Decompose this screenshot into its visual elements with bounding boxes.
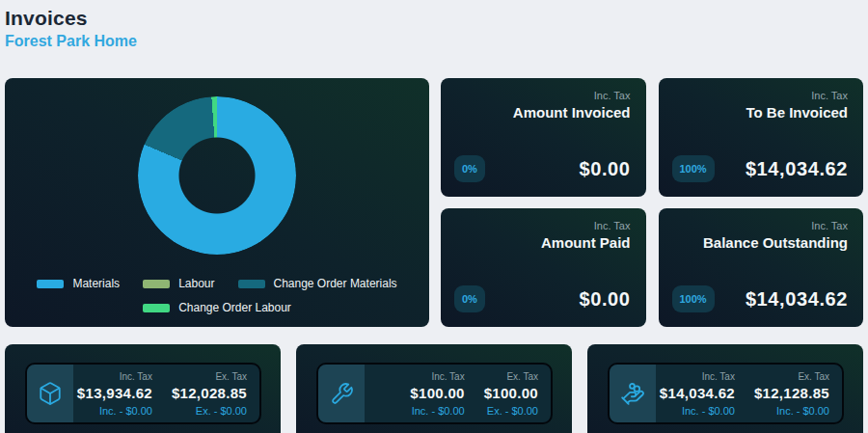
total-panel[interactable]: Inc. Tax $14,034.62 Inc. - $0.00 Ex. Tax… [608, 363, 844, 424]
tax-mode-label: Inc. Tax [672, 220, 849, 231]
chart-legend: MaterialsLabourChange Order MaterialsCha… [13, 277, 421, 314]
legend-label: Labour [178, 277, 214, 290]
percent-badge: 0% [454, 155, 485, 182]
tax-column-label: Inc. Tax [660, 371, 735, 382]
tax-column-amount: $100.00 [484, 385, 538, 401]
metric-amount: $0.00 [579, 288, 630, 311]
tax-mode-label: Inc. Tax [454, 220, 631, 231]
wrench-icon [330, 382, 354, 406]
tax-column-label: Ex. Tax [172, 371, 247, 382]
tax-column-amount: $13,934.62 [77, 385, 152, 401]
tax-column-subamount: Inc. - $0.00 [410, 405, 464, 417]
invoice-breakdown-chart-card: MaterialsLabourChange Order MaterialsCha… [5, 78, 429, 327]
package-icon [38, 381, 63, 406]
inc-tax-column: Inc. Tax $14,034.62 Inc. - $0.00 [660, 371, 735, 417]
materials-totals-panel[interactable]: Inc. Tax $13,934.62 Inc. - $0.00 Ex. Tax… [25, 363, 261, 424]
metric-title: Amount Invoiced [454, 104, 631, 121]
tax-column-subamount: Ex. - $0.00 [172, 405, 247, 417]
inc-tax-column: Inc. Tax $13,934.62 Inc. - $0.00 [77, 371, 152, 417]
icon-box [610, 365, 656, 422]
inc-tax-column: Inc. Tax $100.00 Inc. - $0.00 [410, 371, 464, 417]
tax-column-amount: $14,034.62 [660, 385, 735, 401]
percent-badge: 100% [672, 285, 715, 312]
metric-title: Balance Outstanding [672, 234, 849, 251]
donut-chart[interactable] [138, 96, 296, 255]
ex-tax-column: Ex. Tax $12,128.85 Inc. - $0.00 [754, 371, 829, 417]
summary-card-materials: Inc. Tax $13,934.62 Inc. - $0.00 Ex. Tax… [5, 344, 281, 433]
totals-row: Inc. Tax $13,934.62 Inc. - $0.00 Ex. Tax… [5, 344, 863, 433]
metric-amount: $14,034.62 [746, 158, 848, 180]
project-name-link[interactable]: Forest Park Home [5, 33, 863, 50]
invoices-page: Invoices Forest Park Home MaterialsLabou… [0, 0, 868, 433]
metric-title: To Be Invoiced [672, 104, 849, 121]
legend-item-labour[interactable]: Labour [143, 277, 214, 290]
metric-card-balance-outstanding: Inc. Tax Balance Outstanding 100% $14,03… [659, 208, 864, 327]
summary-card-labour: Inc. Tax $100.00 Inc. - $0.00 Ex. Tax $1… [296, 344, 572, 433]
legend-swatch [238, 280, 265, 288]
page-header: Invoices Forest Park Home [5, 7, 863, 50]
tax-column-subamount: Ex. - $0.00 [484, 405, 538, 417]
tax-column-amount: $12,028.85 [172, 385, 247, 401]
legend-item-materials[interactable]: Materials [37, 277, 120, 290]
metric-amount: $14,034.62 [746, 288, 848, 311]
ex-tax-column: Ex. Tax $12,028.85 Ex. - $0.00 [172, 371, 247, 417]
icon-box [27, 365, 73, 422]
icon-box [318, 365, 365, 422]
legend-label: Change Order Materials [274, 277, 397, 290]
ex-tax-column: Ex. Tax $100.00 Ex. - $0.00 [484, 371, 538, 417]
tax-column-amount: $100.00 [410, 385, 464, 401]
tax-column-subamount: Inc. - $0.00 [77, 405, 152, 417]
metric-amount: $0.00 [579, 158, 630, 180]
legend-swatch [37, 280, 64, 288]
hand-coins-icon [620, 381, 645, 406]
tax-mode-label: Inc. Tax [672, 90, 849, 101]
tax-column-amount: $12,128.85 [754, 385, 829, 401]
legend-swatch [143, 304, 170, 312]
tax-column-label: Ex. Tax [484, 371, 538, 382]
percent-badge: 100% [672, 155, 715, 182]
tax-column-label: Inc. Tax [77, 371, 152, 382]
legend-swatch [143, 280, 170, 288]
labour-totals-panel[interactable]: Inc. Tax $100.00 Inc. - $0.00 Ex. Tax $1… [316, 363, 553, 424]
tax-mode-label: Inc. Tax [454, 90, 631, 101]
legend-item-change-order-materials[interactable]: Change Order Materials [238, 277, 397, 290]
percent-badge: 0% [454, 285, 485, 312]
tax-column-subamount: Inc. - $0.00 [660, 405, 735, 417]
tax-column-label: Ex. Tax [754, 371, 829, 382]
page-title: Invoices [5, 7, 863, 30]
legend-item-change-order-labour[interactable]: Change Order Labour [143, 301, 291, 314]
metric-card-amount-invoiced: Inc. Tax Amount Invoiced 0% $0.00 [441, 78, 646, 197]
tax-column-subamount: Inc. - $0.00 [754, 405, 829, 417]
tax-column-label: Inc. Tax [410, 371, 464, 382]
metric-card-amount-paid: Inc. Tax Amount Paid 0% $0.00 [441, 208, 646, 327]
summary-card-total: Inc. Tax $14,034.62 Inc. - $0.00 Ex. Tax… [587, 344, 863, 433]
metric-title: Amount Paid [454, 234, 631, 251]
legend-label: Materials [72, 277, 120, 290]
legend-label: Change Order Labour [178, 301, 291, 314]
metrics-grid: Inc. Tax Amount Invoiced 0% $0.00 Inc. T… [441, 78, 863, 327]
metric-card-to-be-invoiced: Inc. Tax To Be Invoiced 100% $14,034.62 [659, 78, 864, 197]
